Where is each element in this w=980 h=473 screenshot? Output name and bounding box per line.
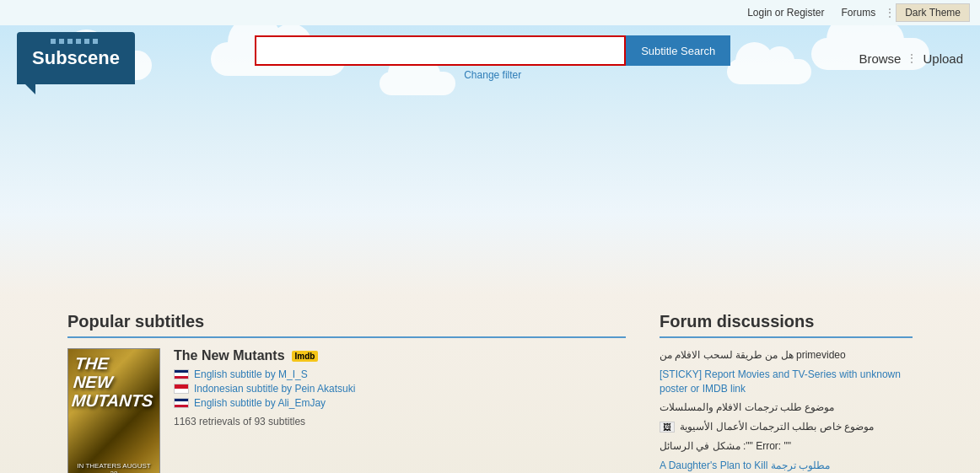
forum-link-2[interactable]: [STICKY] Report Movies and TV-Series wit… xyxy=(660,368,901,395)
subtitle-link-2[interactable]: Indonesian subtitle by Pein Akatsuki xyxy=(194,383,355,395)
forum-link-5[interactable]: مشكل في الرسائل :"" Error: "" xyxy=(660,440,791,452)
dark-theme-button[interactable]: Dark Theme xyxy=(896,3,970,22)
login-register-link[interactable]: Login or Register xyxy=(739,4,832,21)
subtitle-search-button[interactable]: Subtitle Search xyxy=(626,35,730,66)
search-input[interactable] xyxy=(255,35,626,66)
forum-link-4[interactable]: موضوع خاص بطلب الترجمات الأعمال الأسيوية xyxy=(680,421,874,433)
forum-tag-4: 🖼 xyxy=(660,422,675,433)
forum-link-6[interactable]: A Daughter's Plan to Kill مطلوب ترجمة xyxy=(660,460,830,471)
forum-item-4: 🖼 موضوع خاص بطلب الترجمات الأعمال الأسيو… xyxy=(660,420,913,434)
movie-entry: THENEWMUTANTS IN THEATERS AUGUST 28 The … xyxy=(67,348,626,473)
header: Subscene Subtitle Search Change filter B… xyxy=(0,25,980,91)
content-area: Popular subtitles THENEWMUTANTS IN THEAT… xyxy=(0,295,980,473)
flag-indonesian xyxy=(174,384,189,394)
upload-link[interactable]: Upload xyxy=(923,51,963,66)
subtitle-link-1[interactable]: English subtitle by M_I_S xyxy=(194,368,308,380)
subtitle-item-2: Indonesian subtitle by Pein Akatsuki xyxy=(174,383,626,395)
flag-english-2 xyxy=(174,398,189,408)
popular-subtitles-section: Popular subtitles THENEWMUTANTS IN THEAT… xyxy=(67,312,626,473)
forum-discussions-section: Forum discussions هل من طريقة لسحب الافل… xyxy=(660,312,913,473)
search-row: Subtitle Search xyxy=(255,35,730,66)
poster-date: IN THEATERS AUGUST 28 xyxy=(73,462,154,473)
poster-title: THENEWMUTANTS xyxy=(71,354,157,410)
hero-spacer xyxy=(0,91,980,226)
imdb-badge[interactable]: Imdb xyxy=(292,351,319,362)
forum-item-5: مشكل في الرسائل :"" Error: "" xyxy=(660,439,913,454)
nav-dot-separator: ⋮ xyxy=(906,51,918,65)
movie-poster[interactable]: THENEWMUTANTS IN THEATERS AUGUST 28 xyxy=(67,348,160,473)
forum-item-3: موضوع طلب ترجمات الافلام والمسلسلات xyxy=(660,400,913,415)
subtitle-link-3[interactable]: English subtitle by Ali_EmJay xyxy=(194,397,326,409)
site-logo[interactable]: Subscene xyxy=(17,32,135,84)
forum-item-6: A Daughter's Plan to Kill مطلوب ترجمة xyxy=(660,459,913,473)
movie-title-row: The New Mutants Imdb xyxy=(174,348,626,363)
change-filter-link[interactable]: Change filter xyxy=(464,69,521,81)
forum-discussions-title: Forum discussions xyxy=(660,312,913,338)
forum-link-3[interactable]: موضوع طلب ترجمات الافلام والمسلسلات xyxy=(660,401,834,413)
top-nav-bar: Login or Register Forums ⋮ Dark Theme xyxy=(0,0,980,25)
logo-text: Subscene xyxy=(30,47,121,69)
flag-english-1 xyxy=(174,369,189,379)
retrieval-count: 1163 retrievals of 93 subtitles xyxy=(174,416,626,427)
poster-overlay: THENEWMUTANTS IN THEATERS AUGUST 28 xyxy=(68,349,159,473)
main-nav: Browse ⋮ Upload xyxy=(859,51,963,66)
forum-link-1[interactable]: هل من طريقة لسحب الافلام من primevideo xyxy=(660,349,846,361)
movie-info: The New Mutants Imdb English subtitle by… xyxy=(174,348,626,473)
movie-title[interactable]: The New Mutants xyxy=(174,348,285,363)
forum-item-2: [STICKY] Report Movies and TV-Series wit… xyxy=(660,368,913,396)
forum-item-1: هل من طريقة لسحب الافلام من primevideo xyxy=(660,348,913,363)
forums-link[interactable]: Forums xyxy=(833,4,885,21)
nav-separator: ⋮ xyxy=(884,6,896,19)
subtitle-item-1: English subtitle by M_I_S xyxy=(174,368,626,380)
browse-link[interactable]: Browse xyxy=(859,51,901,66)
subtitle-item-3: English subtitle by Ali_EmJay xyxy=(174,397,626,409)
popular-subtitles-title: Popular subtitles xyxy=(67,312,626,338)
search-area: Subtitle Search Change filter xyxy=(152,35,833,81)
